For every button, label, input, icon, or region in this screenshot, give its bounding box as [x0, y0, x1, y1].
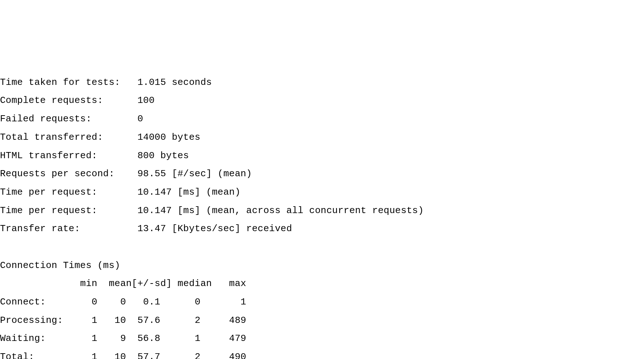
html-transferred-value: 800 bytes: [138, 150, 189, 161]
row-connect-max: 1: [240, 297, 246, 307]
complete-requests-value: 100: [138, 95, 155, 106]
header-max: max: [229, 278, 247, 289]
row-waiting-sd: 56.8: [138, 333, 160, 344]
row-processing-mean: 10: [114, 315, 126, 326]
row-waiting-min: 1: [92, 333, 97, 344]
requests-per-second-label: Requests per second:: [0, 168, 114, 179]
row-waiting-mean: 9: [120, 333, 126, 344]
transfer-rate-value: 13.47 [Kbytes/sec] received: [138, 223, 292, 234]
time-per-request-1-value: 10.147 [ms] (mean): [138, 187, 241, 198]
requests-per-second-value: 98.55 [#/sec] (mean): [138, 168, 252, 179]
row-processing-label: Processing:: [0, 315, 63, 326]
html-transferred-label: HTML transferred:: [0, 150, 97, 161]
failed-requests-value: 0: [138, 113, 143, 124]
row-waiting-label: Waiting:: [0, 333, 46, 344]
row-waiting-max: 479: [229, 333, 247, 344]
row-connect-min: 0: [92, 297, 97, 307]
row-connect-label: Connect:: [0, 297, 46, 307]
connection-times-title: Connection Times (ms): [0, 260, 120, 271]
header-sd: [+/-sd]: [132, 278, 172, 289]
row-total-median: 2: [195, 351, 200, 359]
failed-requests-label: Failed requests:: [0, 113, 92, 124]
row-connect-median: 0: [195, 297, 200, 307]
row-processing-sd: 57.6: [138, 315, 160, 326]
time-per-request-2-label: Time per request:: [0, 205, 97, 216]
row-processing-median: 2: [195, 315, 200, 326]
row-waiting-median: 1: [195, 333, 200, 344]
row-processing-min: 1: [92, 315, 97, 326]
header-mean: mean: [109, 278, 131, 289]
complete-requests-label: Complete requests:: [0, 95, 103, 106]
benchmark-output: Time taken for tests: 1.015 seconds Comp…: [0, 73, 644, 359]
row-connect-mean: 0: [120, 297, 126, 307]
row-total-label: Total:: [0, 351, 34, 359]
time-per-request-2-value: 10.147 [ms] (mean, across all concurrent…: [138, 205, 424, 216]
transfer-rate-label: Transfer rate:: [0, 223, 80, 234]
total-transferred-value: 14000 bytes: [138, 132, 201, 143]
row-total-max: 490: [229, 351, 247, 359]
row-total-sd: 57.7: [138, 351, 160, 359]
time-taken-label: Time taken for tests:: [0, 77, 120, 88]
row-processing-max: 489: [229, 315, 247, 326]
time-taken-value: 1.015 seconds: [138, 77, 212, 88]
header-min: min: [80, 278, 97, 289]
total-transferred-label: Total transferred:: [0, 132, 103, 143]
row-total-min: 1: [92, 351, 97, 359]
time-per-request-1-label: Time per request:: [0, 187, 97, 198]
row-total-mean: 10: [114, 351, 126, 359]
header-median: median: [178, 278, 212, 289]
row-connect-sd: 0.1: [143, 297, 161, 307]
